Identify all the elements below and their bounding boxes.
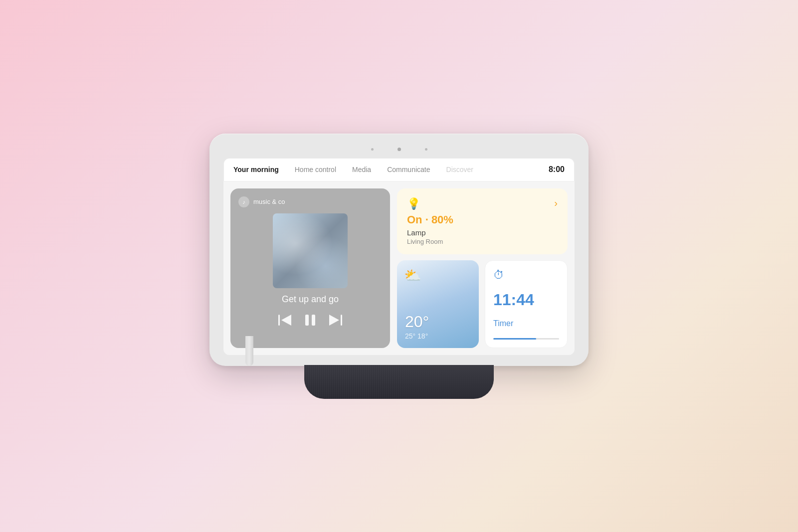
lamp-card[interactable]: 💡 › On · 80% Lamp Living Room: [397, 188, 568, 254]
svg-rect-4: [341, 315, 342, 326]
svg-marker-5: [329, 315, 339, 326]
lamp-name: Lamp: [407, 228, 558, 237]
device-wrapper: Your morning Home control Media Communic…: [209, 134, 589, 399]
timer-time: 11:44: [493, 291, 559, 309]
power-cable: [245, 336, 253, 366]
speaker-fabric: [304, 365, 494, 399]
right-panel: 💡 › On · 80% Lamp Living Room ⛅ 20°: [397, 188, 568, 348]
nav-item-discover[interactable]: Discover: [438, 166, 481, 174]
prev-button[interactable]: [278, 315, 291, 329]
playback-controls: [278, 315, 342, 329]
weather-range: 25° 18°: [405, 332, 471, 340]
lamp-location: Living Room: [407, 238, 558, 245]
nav-item-your-morning[interactable]: Your morning: [233, 166, 287, 174]
timer-icon: ⏱: [493, 269, 559, 282]
lamp-icon: 💡: [407, 197, 420, 210]
music-card[interactable]: ♪ music & co Get up and go: [230, 188, 390, 348]
device-body: Your morning Home control Media Communic…: [209, 134, 589, 366]
album-art: [273, 213, 348, 288]
camera-dot-right: [425, 148, 427, 151]
lamp-card-header: 💡 ›: [407, 197, 558, 210]
svg-marker-1: [281, 315, 291, 326]
nav-bar: Your morning Home control Media Communic…: [223, 158, 575, 181]
camera-dot-left: [371, 148, 374, 151]
timer-progress-fill: [493, 338, 536, 340]
timer-label: Timer: [493, 319, 559, 328]
svg-rect-3: [312, 315, 315, 326]
nav-item-home-control[interactable]: Home control: [287, 166, 344, 174]
weather-card[interactable]: ⛅ 20° 25° 18°: [397, 260, 479, 348]
pause-button[interactable]: [305, 315, 315, 329]
lamp-status: On · 80%: [407, 213, 558, 226]
weather-icon: ⛅: [404, 267, 421, 284]
music-source-label: music & co: [253, 198, 285, 205]
svg-rect-2: [305, 315, 309, 326]
speaker-base: [304, 365, 494, 399]
music-header: ♪ music & co: [238, 196, 285, 207]
svg-rect-0: [278, 315, 280, 326]
bottom-row: ⛅ 20° 25° 18° ⏱ 11:44 Timer: [397, 260, 568, 348]
screen: Your morning Home control Media Communic…: [223, 158, 575, 355]
weather-temp: 20°: [405, 313, 471, 331]
timer-progress-bar-container: [493, 338, 559, 340]
content-area: ♪ music & co Get up and go: [223, 181, 575, 355]
nav-time: 8:00: [549, 165, 565, 174]
album-art-visual: [273, 213, 348, 288]
nav-item-media[interactable]: Media: [344, 166, 379, 174]
camera-bar: [223, 148, 575, 151]
song-title: Get up and go: [282, 294, 339, 305]
music-source-icon: ♪: [238, 196, 249, 207]
next-button[interactable]: [329, 315, 342, 329]
camera-dot-center: [398, 148, 401, 151]
timer-card[interactable]: ⏱ 11:44 Timer: [485, 260, 568, 348]
nav-item-communicate[interactable]: Communicate: [379, 166, 438, 174]
lamp-chevron-icon[interactable]: ›: [554, 197, 558, 209]
